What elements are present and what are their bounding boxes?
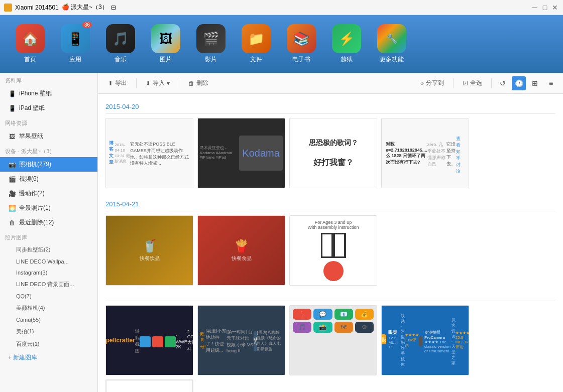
home-icon: 🏠 xyxy=(16,24,45,53)
view-list-button[interactable]: ≡ xyxy=(544,76,558,90)
photo-thumb[interactable]: 博客文章 2015-04-10 13:31 最新消息 它无处不适POSSIBLE… xyxy=(105,118,193,188)
window-title: Xiaomi 2014501 xyxy=(15,4,59,11)
sidebar-sub-line-deco-bg[interactable]: LINE DECO 背景画面... xyxy=(0,278,97,291)
line-deco-label: LINE DECO Wallpa... xyxy=(16,258,69,265)
title-bar-left: Xiaomi 2014501 🍎 派大星~（3） ⊟ xyxy=(4,3,116,12)
sidebar-sub-meipai[interactable]: 美拍(1) xyxy=(0,325,97,338)
apps-label: 应用 xyxy=(69,55,81,64)
sidebar-sub-camu[interactable]: Camu(55) xyxy=(0,314,97,325)
sidebar-item-slow-motion[interactable]: 🎥 慢动作(2) xyxy=(0,186,97,201)
photos-icon: 🖼 xyxy=(151,24,180,53)
app-music[interactable]: 🎵 音乐 xyxy=(100,24,141,64)
movies-label: 影片 xyxy=(205,55,217,64)
sidebar-item-camera[interactable]: 📷 照相机(279) xyxy=(0,157,97,172)
photo-content-anime: 救号号! [动漫]不扣地劫持了！快使用超级... [第一时间] 百元于球对比视频… xyxy=(198,306,285,375)
app-photos[interactable]: 🖼 图片 xyxy=(146,24,186,64)
sidebar-sub-baiduyun[interactable]: 百度云(1) xyxy=(0,338,97,350)
photo-content-zhihu: 对数 e=2.71828182845.... 么 1828 只循环了两次而没有行… xyxy=(382,118,469,188)
add-library-button[interactable]: + 新建图库 xyxy=(0,350,97,365)
date-section-bottom xyxy=(105,294,555,301)
app-apps[interactable]: 📱 36 应用 xyxy=(55,24,95,64)
sidebar-item-apple-wallpaper[interactable]: 🖼 苹果壁纸 xyxy=(0,129,97,144)
photo-content-blog: 博客文章 2015-04-10 13:31 最新消息 它无处不适POSSIBLE… xyxy=(106,118,193,188)
view-time-button[interactable]: 🕐 xyxy=(512,76,526,90)
import-button[interactable]: ⬇ 导入 ▾ xyxy=(141,77,175,89)
sidebar-sub-beauty-cam[interactable]: 美颜相机(4) xyxy=(0,302,97,314)
toolbar-divider-2 xyxy=(179,78,179,88)
slow-motion-icon: 🎥 xyxy=(8,190,16,198)
view-grid-button[interactable]: ⊞ xyxy=(528,76,542,90)
share-button[interactable]: ⟐ 分享到 xyxy=(415,77,449,89)
photo-content-icons: 📍 💬 📧 💰 🎵 📸 🗺 ⚙ xyxy=(290,306,377,375)
sidebar-sub-sync-wallpaper[interactable]: 同步推壁纸(2) xyxy=(0,243,97,256)
ipad-wallpaper-label: iPad 壁纸 xyxy=(19,104,45,112)
refresh-button[interactable]: ↺ xyxy=(496,76,510,90)
title-bar: Xiaomi 2014501 🍎 派大星~（3） ⊟ ─ □ ✕ xyxy=(0,0,563,15)
delete-icon: 🗑 xyxy=(188,80,194,87)
photo-content-food1: 🥤 快餐饮品 xyxy=(106,216,193,285)
app-files[interactable]: 📁 文件 xyxy=(236,24,276,64)
photo-thumb[interactable]: 🥤 快餐饮品 xyxy=(105,215,193,286)
panorama-icon: 🌅 xyxy=(8,204,16,212)
toolbar-divider-1 xyxy=(136,78,137,88)
more-label: 更多功能 xyxy=(380,55,404,64)
delete-button[interactable]: 🗑 删除 xyxy=(183,77,213,89)
toolbar-divider-4 xyxy=(491,78,492,88)
sidebar-sub-qq[interactable]: QQ(7) xyxy=(0,291,97,302)
photo-thumb[interactable]: For Ages 3 and upWith assembly instructi… xyxy=(289,215,377,286)
photo-thumb[interactable]: 马木灵狂变也 - Kodama #Android#iPhone #iPad Ko… xyxy=(197,118,285,188)
app-books[interactable]: 📚 电子书 xyxy=(281,24,321,64)
select-all-button[interactable]: ☑ 全选 xyxy=(458,77,487,89)
add-library-label: + 新建图库 xyxy=(8,353,37,362)
mac-label: 🍎 派大星~（3） xyxy=(62,3,108,12)
apple-icon: 🖼 xyxy=(8,133,16,141)
photo-thumb[interactable]: 思恐极的歌词？ 好打我窗？ xyxy=(289,118,377,188)
photo-content-yidao: 眼 眼灵 12.2 ML↓ 1↑ 联系·阿里蚂蚱手机库 ★★★★ 1.8k评论 … xyxy=(382,306,469,375)
close-button[interactable]: ✕ xyxy=(551,4,559,12)
sidebar-item-video[interactable]: 🎬 视频(6) xyxy=(0,172,97,186)
panorama-label: 全景照片(1) xyxy=(19,204,51,212)
right-content: ⬆ 导出 ⬇ 导入 ▾ 🗑 删除 ⟐ 分享到 ☑ xyxy=(98,73,563,392)
sidebar-item-panorama[interactable]: 🌅 全景照片(1) xyxy=(0,201,97,215)
video-icon: 🎬 xyxy=(8,175,16,183)
photo-thumb[interactable]: Spellcrafter 游戏截图 1. WWE 2K 2. COS大乱斗 xyxy=(105,305,193,375)
sidebar-item-recently-deleted[interactable]: 🗑 最近删除(12) xyxy=(0,215,97,230)
sidebar-item-ipad-wallpaper[interactable]: 📱 iPad 壁纸 xyxy=(0,101,97,115)
jailbreak-label: 越狱 xyxy=(341,55,353,64)
app-movies[interactable]: 🎬 影片 xyxy=(191,24,231,64)
photo-thumb[interactable]: 对数 e=2.71828182845.... 么 1828 只循环了两次而没有行… xyxy=(381,118,469,188)
photo-thumb[interactable]: 官方下载 情从Apple IOS任用于官方正版App,不利用也从 - 请进关使用… xyxy=(105,379,193,392)
photo-content-qrcode: For Ages 3 and upWith assembly instructi… xyxy=(290,216,377,285)
apple-wallpaper-label: 苹果壁纸 xyxy=(19,132,43,141)
import-dropdown-icon: ▾ xyxy=(167,80,170,87)
music-label: 音乐 xyxy=(115,55,127,64)
photo-content-game: Spellcrafter 游戏截图 1. WWE 2K 2. COS大乱斗 xyxy=(106,306,193,375)
apps-icon: 📱 36 xyxy=(61,24,90,53)
main-content: 资料库 📱 iPhone 壁纸 📱 iPad 壁纸 网络资源 🖼 苹果壁纸 设备… xyxy=(0,73,563,392)
music-icon: 🎵 xyxy=(106,24,135,53)
app-home[interactable]: 🏠 首页 xyxy=(10,24,50,64)
files-icon: 📁 xyxy=(242,24,271,53)
photo-content-food2: 🍟 快餐食品 xyxy=(198,216,285,285)
gallery-content: 2015-04-20 博客文章 2015-04-10 13:31 最新消息 它无… xyxy=(98,94,563,392)
apps-badge: 36 xyxy=(82,22,92,28)
sidebar-item-iphone-wallpaper[interactable]: 📱 iPhone 壁纸 xyxy=(0,86,97,101)
sidebar-sub-instagram[interactable]: Instagram(3) xyxy=(0,267,97,278)
export-button[interactable]: ⬆ 导出 xyxy=(103,77,132,89)
select-all-icon: ☑ xyxy=(463,80,468,87)
photo-thumb[interactable]: 📍 💬 📧 💰 🎵 📸 🗺 ⚙ xyxy=(289,305,377,375)
app-jailbreak[interactable]: ⚡ 越狱 xyxy=(326,24,367,64)
sidebar-sub-line-deco[interactable]: LINE DECO Wallpa... xyxy=(0,256,97,267)
maximize-button[interactable]: □ xyxy=(541,4,549,12)
photo-content-kodama: 马木灵狂变也 - Kodama #Android#iPhone #iPad Ko… xyxy=(198,118,285,188)
photo-grid-20150421: 🥤 快餐饮品 🍟 快餐食品 For Ages 3 xyxy=(105,215,555,286)
photo-thumb[interactable]: 🍟 快餐食品 xyxy=(197,215,285,286)
ipad-icon: 📱 xyxy=(8,104,16,112)
photo-thumb[interactable]: 眼 眼灵 12.2 ML↓ 1↑ 联系·阿里蚂蚱手机库 ★★★★ 1.8k评论 … xyxy=(381,305,469,375)
meipai-label: 美拍(1) xyxy=(16,328,34,335)
photo-thumb[interactable]: 救号号! [动漫]不扣地劫持了！快使用超级... [第一时间] 百元于球对比视频… xyxy=(197,305,285,375)
iphone-wallpaper-label: iPhone 壁纸 xyxy=(19,89,52,98)
app-more[interactable]: 🔧 更多功能 xyxy=(372,24,412,64)
minimize-button[interactable]: ─ xyxy=(531,4,539,12)
date-section-20150420: 2015-04-20 xyxy=(105,99,555,114)
